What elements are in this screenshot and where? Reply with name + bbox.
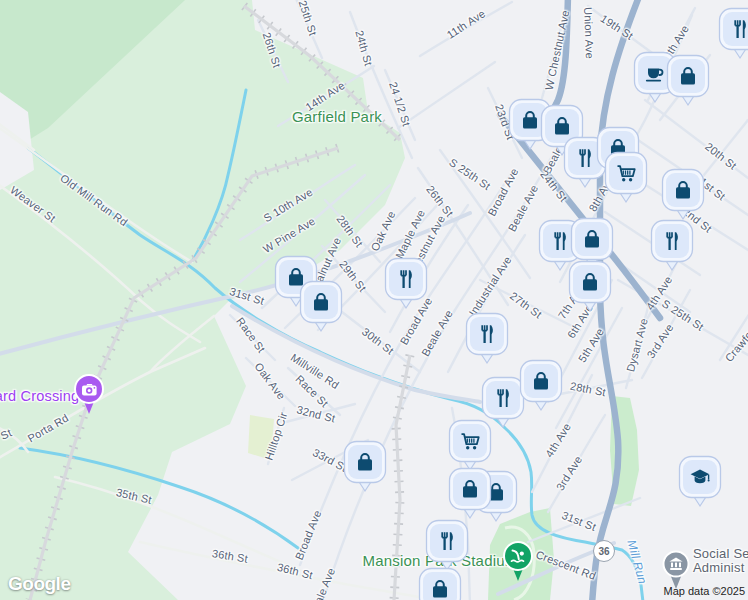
route-36-shield: 36 (593, 540, 615, 562)
map-canvas[interactable]: 26th St25th St24th St14th Ave11th Ave24 … (0, 0, 748, 600)
camera-icon (82, 384, 97, 396)
map-data-attribution: Map data ©2025 (664, 585, 746, 597)
google-logo[interactable]: Google (8, 573, 70, 595)
